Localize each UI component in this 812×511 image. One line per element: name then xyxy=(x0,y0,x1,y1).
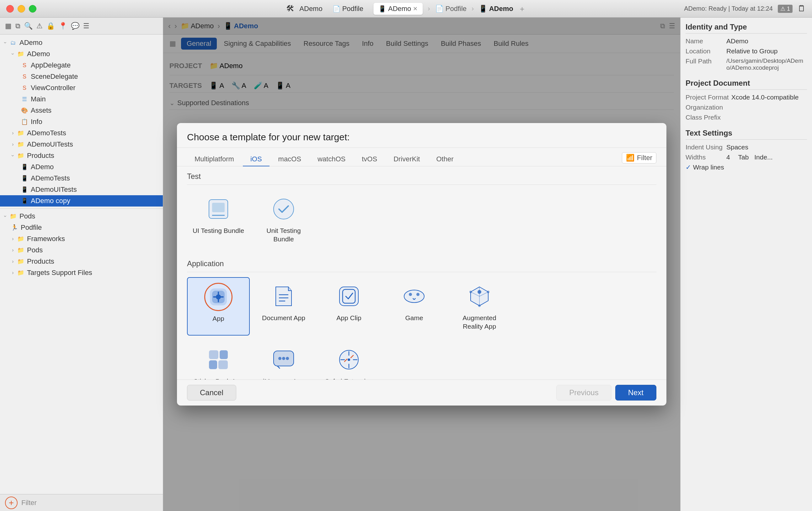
filter-input-container[interactable]: 📶 Filter xyxy=(622,152,656,164)
sidebar-products-label: Products xyxy=(27,151,54,160)
sidebar-item-ademouitests-app[interactable]: 📱 ADemoUITests xyxy=(0,184,163,195)
document-app-icon xyxy=(269,282,298,310)
ademo-breadcrumb: 📱 ADemo xyxy=(479,5,513,13)
sidebar-item-scenedelegate[interactable]: S SceneDelegate xyxy=(0,71,163,82)
sidebar-item-podfile[interactable]: 🏃 Podfile xyxy=(0,222,163,233)
minimize-button[interactable] xyxy=(18,5,25,12)
filter-label: Filter xyxy=(21,499,37,507)
sidebar-item-ademo-copy[interactable]: 📱 ADemo copy xyxy=(0,195,163,206)
sidebar-item-viewcontroller[interactable]: S ViewController xyxy=(0,82,163,93)
sidebar-item-frameworks[interactable]: › 📁 Frameworks xyxy=(0,233,163,245)
modal-tab-multiplatform[interactable]: Multiplatform xyxy=(187,152,241,166)
close-button[interactable] xyxy=(6,5,14,12)
folder-icon: 📁 xyxy=(16,234,25,243)
svg-rect-1 xyxy=(212,203,225,212)
svg-point-25 xyxy=(278,357,282,360)
sidebar-footer: + Filter xyxy=(0,494,163,511)
template-ar-app[interactable]: Augmented Reality App xyxy=(448,277,511,336)
close-tab-icon[interactable]: ✕ xyxy=(413,5,417,12)
modal-overlay: Choose a template for your new target: M… xyxy=(163,18,680,511)
traffic-lights xyxy=(6,5,36,12)
template-game[interactable]: Game xyxy=(383,277,445,336)
cancel-button[interactable]: Cancel xyxy=(187,385,236,400)
folder-icon: 📁 xyxy=(16,140,25,149)
tab-ademo-active[interactable]: 📱 ADemo ✕ xyxy=(373,3,423,15)
sidebar-item-ademotuitests[interactable]: › 📁 ADemoUITests xyxy=(0,139,163,150)
template-ui-testing[interactable]: UI Testing Bundle xyxy=(187,190,250,249)
document-app-label: Document App xyxy=(262,314,305,322)
modal-header: Choose a template for your new target: xyxy=(177,123,666,148)
sidebar-ademo-app-label: ADemo xyxy=(31,163,54,171)
sidebar-icon-5[interactable]: 🔒 xyxy=(47,22,55,30)
sidebar-item-targets-support[interactable]: › 📁 Targets Support Files xyxy=(0,267,163,278)
template-safari-ext[interactable]: Safari Extension App xyxy=(318,341,380,379)
sidebar-item-products-pods[interactable]: › 📁 Products xyxy=(0,256,163,267)
tab-podfile-inactive[interactable]: 📄 Podfile xyxy=(327,3,368,15)
ar-app-icon xyxy=(465,282,494,310)
text-settings-section: Text Settings Indent Using Spaces Widths… xyxy=(686,129,807,171)
sidebar-item-ademotests-app[interactable]: 📱 ADemoTests xyxy=(0,173,163,184)
chevron-icon: › xyxy=(10,51,16,57)
svg-point-12 xyxy=(404,290,424,303)
chevron-icon: › xyxy=(2,40,8,46)
indent-label: Inde... xyxy=(754,153,773,161)
project-document-section: Project Document Project Format Xcode 14… xyxy=(686,79,807,121)
right-panel: Identity and Type Name ADemo Location Re… xyxy=(680,18,812,511)
sidebar-item-main[interactable]: ☰ Main xyxy=(0,93,163,105)
template-imessage-app[interactable]: iMessage App xyxy=(252,341,315,379)
app-label: App xyxy=(212,314,224,323)
template-app-clip[interactable]: App Clip xyxy=(318,277,380,336)
project-document-title: Project Document xyxy=(686,79,807,90)
sidebar-icon-2[interactable]: ⧉ xyxy=(16,22,20,30)
template-unit-testing[interactable]: Unit Testing Bundle xyxy=(252,190,315,249)
sidebar-item-pods-root[interactable]: › 📁 Pods xyxy=(0,210,163,222)
template-sticker-pack[interactable]: Sticker Pack App xyxy=(187,341,250,379)
sidebar-toolbar: ▦ ⧉ 🔍 ⚠ 🔒 📍 💬 ☰ xyxy=(0,18,163,34)
sidebar-item-assets[interactable]: 🎨 Assets xyxy=(0,105,163,116)
project-format-label: Project Format xyxy=(686,93,731,101)
previous-button[interactable]: Previous xyxy=(556,385,611,400)
sidebar-icon-4[interactable]: ⚠ xyxy=(36,22,43,30)
sidebar-item-root[interactable]: › 🗂 ADemo xyxy=(0,37,163,48)
sidebar-icon-1[interactable]: ▦ xyxy=(5,22,11,30)
maximize-button[interactable] xyxy=(29,5,36,12)
modal-tab-macos[interactable]: macOS xyxy=(271,152,309,166)
next-button[interactable]: Next xyxy=(615,385,656,400)
template-app[interactable]: App xyxy=(187,277,250,336)
sidebar-icon-3[interactable]: 🔍 xyxy=(24,22,33,30)
title-right: ADemo: Ready | Today at 12:24 ⚠ 1 🗒 xyxy=(684,4,806,13)
modal-tab-tvos[interactable]: tvOS xyxy=(354,152,385,166)
swift-icon: S xyxy=(20,84,29,92)
sidebar-item-ademo-project[interactable]: › 📁 ADemo xyxy=(0,48,163,60)
add-file-icon[interactable]: 🗒 xyxy=(798,4,806,13)
application-template-grid: App xyxy=(187,272,656,341)
ar-app-label: Augmented Reality App xyxy=(452,314,507,331)
widths-label: Widths xyxy=(686,153,726,161)
sidebar-item-products[interactable]: › 📁 Products xyxy=(0,150,163,161)
modal-tab-other[interactable]: Other xyxy=(429,152,461,166)
sidebar-info-label: Info xyxy=(31,118,42,126)
sidebar-item-pods-sub[interactable]: › 📁 Pods xyxy=(0,245,163,256)
modal-tab-watchos[interactable]: watchOS xyxy=(310,152,353,166)
sidebar-item-ademo-app[interactable]: 📱 ADemo xyxy=(0,161,163,173)
template-document-app[interactable]: Document App xyxy=(252,277,315,336)
sidebar-item-info[interactable]: 📋 Info xyxy=(0,116,163,127)
sidebar-icon-8[interactable]: ☰ xyxy=(83,22,89,30)
project-icon: 🗂 xyxy=(9,38,18,47)
sidebar-item-appdelegate[interactable]: S AppDelegate xyxy=(0,60,163,71)
modal-tab-driverkit[interactable]: DriverKit xyxy=(386,152,427,166)
sidebar-item-ademotests[interactable]: › 📁 ADemoTests xyxy=(0,127,163,139)
sidebar-icon-7[interactable]: 💬 xyxy=(71,22,79,30)
application-section-title: Application xyxy=(187,254,656,272)
podfile-breadcrumb: 📄 Podfile xyxy=(435,5,467,13)
class-prefix-label: Class Prefix xyxy=(686,114,726,121)
add-target-button[interactable]: + xyxy=(5,496,18,509)
nav-add-icon[interactable]: ＋ xyxy=(518,4,526,14)
modal-tab-ios[interactable]: iOS xyxy=(243,152,269,166)
sidebar-tree: › 🗂 ADemo › 📁 ADemo S AppDelegate S xyxy=(0,34,163,494)
ademo-folder-icon: 📁 xyxy=(16,50,25,58)
sidebar-icon-6[interactable]: 📍 xyxy=(59,22,67,30)
template-modal: Choose a template for your new target: M… xyxy=(177,123,666,405)
sidebar-main-label: Main xyxy=(31,95,46,103)
safari-ext-label: Safari Extension App xyxy=(321,377,377,379)
